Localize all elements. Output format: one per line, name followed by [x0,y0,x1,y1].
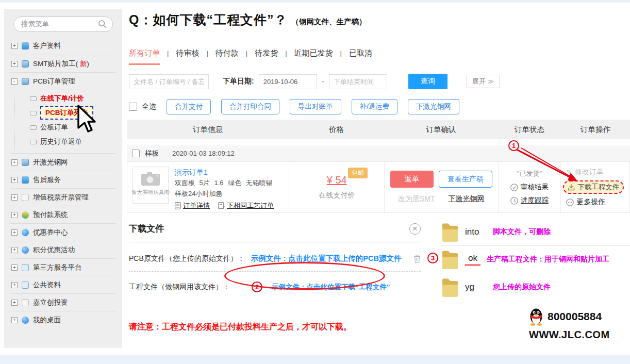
date-to-input[interactable] [329,74,387,89]
order-info-cell: 暂无实物仿真图 演示订单1 双面板 5片 1.6 绿色 无铅喷锡 样板24小时加… [127,162,289,212]
engineering-file-label: 工程文件（做钢网用该文件）： [129,283,230,292]
expand-button[interactable]: 展开 ≫ [467,75,500,88]
submenu-item-online-order[interactable]: 在线下单/计价 [30,91,116,106]
folder-icon [441,276,459,298]
laser-stencil-button[interactable]: 下激光钢网 [408,99,459,114]
col-header-confirm: 订单确认 [384,125,498,135]
no-image-label: 暂无实物仿真图 [131,189,170,196]
expand-plus-icon[interactable]: + [11,212,18,218]
order-checkbox[interactable] [132,150,140,157]
expand-plus-icon[interactable]: + [11,159,18,166]
folder-description: 脚本文件，可删除 [493,227,551,237]
camera-icon [141,172,160,186]
progress-tracking-link[interactable]: 进度跟踪 [510,196,549,205]
freight-adjust-button[interactable]: 补/退运费 [352,99,398,114]
expand-plus-icon[interactable]: + [11,282,18,288]
order-name-link[interactable]: 演示订单1 [175,167,274,178]
search-icon[interactable] [98,20,107,29]
sidebar-item-label: 增值税票开票管理 [33,193,89,202]
tab-pending-payment[interactable]: 待付款 [215,48,239,58]
more-actions-link[interactable]: 更多操作 [566,197,629,207]
sidebar-item-jlc-invest[interactable]: + 嘉立创投资 [10,293,116,311]
points-icon [22,246,29,254]
order-thumbnail: 暂无实物仿真图 [132,167,169,204]
folder-icon [441,249,459,270]
query-button[interactable]: 查询 [408,74,447,89]
submenu-item-public-board[interactable]: 公板订单 [30,120,116,135]
sidebar-item-label: 积分优惠活动 [33,245,75,255]
sidebar-item-smt[interactable]: + SMT贴片加工( 新) [10,55,116,72]
stencil-icon [22,159,29,166]
folder-row-yg[interactable]: yg 您上传的原始文件 [441,273,630,301]
close-icon[interactable]: ✕ [409,223,421,235]
date-from-input[interactable] [259,74,317,89]
merge-pay-button[interactable]: 合并支付 [167,99,211,114]
price-link[interactable]: ¥ 54 [327,174,347,186]
leaf-icon [30,111,37,115]
orders-table-header: 订单信息 价格 订单确认 订单状态 订单操作 [127,120,630,139]
clock-icon [510,197,518,205]
expand-plus-icon[interactable]: + [11,317,18,323]
tab-separator: | [206,49,208,57]
order-laser-stencil-link[interactable]: 下激光钢网 [449,194,485,204]
submenu-label: 历史订单返单 [40,137,82,146]
expand-plus-icon[interactable]: + [11,194,18,201]
sidebar-item-my-desktop[interactable]: + 我的桌面 [10,311,116,328]
expand-plus-icon[interactable]: + [11,264,18,271]
sidebar-item-pcb-order[interactable]: - PCB订单管理 [10,72,116,90]
submenu-item-history-reorder[interactable]: 历史订单返单 [30,135,116,149]
expand-plus-icon[interactable]: + [11,300,18,306]
sidebar-item-coupon-center[interactable]: + 优惠券中心 [10,223,116,241]
sidebar-item-after-sales[interactable]: + 售后服务 [10,171,116,188]
merge-print-contract-button[interactable]: 合并打印合同 [221,99,279,114]
reorder-button[interactable]: 返单 [390,171,434,188]
tab-pending-shipment[interactable]: 待发货 [255,48,278,58]
keyword-input[interactable] [129,74,209,89]
annotation-oval [224,262,385,290]
submenu-item-pcb-order-list[interactable]: PCB订单列表 [30,106,116,120]
view-production-draft-button[interactable]: 查看生产稿 [439,171,492,188]
submenu-label: 在线下单/计价 [40,94,84,103]
expand-plus-icon[interactable]: + [11,229,18,236]
folder-name: into [465,227,487,237]
menu-search-input[interactable]: 搜索菜单 [13,16,113,32]
sidebar-item-points-promo[interactable]: + 积分优惠活动 [10,241,116,258]
sidebar-item-label: 预付款系统 [33,210,68,220]
sidebar-item-label: SMT贴片加工( 新) [33,59,89,69]
col-header-status: 订单状态 [498,125,561,135]
expand-plus-icon[interactable]: + [11,43,18,49]
question-title: Q：如何下载“工程文件”？ [129,11,287,28]
tab-cancelled[interactable]: 已取消 [349,48,372,58]
select-all-checkbox[interactable] [129,103,137,111]
folder-description: 生产稿工程文件：用于钢网和贴片加工 [487,255,609,264]
sidebar-item-laser-stencil[interactable]: + 开激光钢网 [10,153,116,171]
website-url: WWW.JLC.COM [529,329,610,341]
tab-pending-audit[interactable]: 待审核 [176,48,199,58]
sidebar-item-prepay[interactable]: + 预付款系统 [10,206,116,223]
tab-recently-shipped[interactable]: 近期已发货 [294,48,333,58]
expand-plus-icon[interactable]: + [11,61,18,67]
submenu-label: 公板订单 [40,123,68,132]
sidebar-item-vat-invoice[interactable]: + 增值税票开票管理 [10,188,116,206]
leaf-icon [30,125,37,130]
change-to-smt-link[interactable]: 改为需SMT [398,194,435,204]
tab-all-orders[interactable]: 所有订单 [129,48,160,65]
export-statement-button[interactable]: 导出对账单 [290,99,341,114]
desktop-icon [22,317,29,324]
expand-plus-icon[interactable]: + [11,177,18,183]
sidebar-item-third-party[interactable]: + 第三方服务平台 [10,258,116,276]
qq-penguin-icon [529,307,543,326]
same-process-order-link[interactable]: 下相同工艺订单 [218,201,274,211]
expand-plus-icon[interactable]: + [11,247,18,253]
folder-row-ok[interactable]: ok 生产稿工程文件：用于钢网和贴片加工 [441,246,630,273]
tab-separator: | [340,49,342,57]
date-range-separator: - [322,77,324,86]
folder-list: into 脚本文件，可删除 ok 生产稿工程文件：用于钢网和贴片加工 yg 您上… [441,219,630,301]
sidebar-item-public-data[interactable]: + 公共资料 [10,276,116,293]
order-detail-link[interactable]: 订单详情 [175,201,210,211]
folder-row-into[interactable]: into 脚本文件，可删除 [441,219,630,246]
collapse-minus-icon[interactable]: - [11,78,18,85]
select-all-label: 全选 [142,102,156,111]
trash-icon[interactable] [413,255,421,263]
sidebar-item-customer[interactable]: + 客户资料 [10,37,116,55]
